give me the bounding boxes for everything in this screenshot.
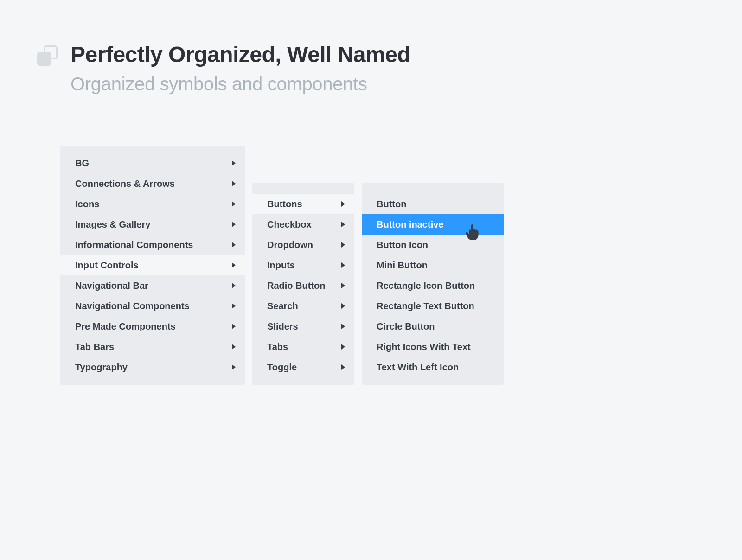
menu-item-navigational-bar[interactable]: Navigational Bar [60,275,245,296]
menu-item-toggle[interactable]: Toggle [252,357,354,377]
menu-item-label: Button [377,199,406,210]
menu-item-images-gallery[interactable]: Images & Gallery [60,214,245,235]
menu-item-inputs[interactable]: Inputs [252,255,354,275]
menu-item-label: Images & Gallery [75,219,150,230]
menu-item-label: Search [267,301,298,312]
chevron-right-icon [341,262,345,268]
menu-item-button-icon-variant[interactable]: Button Icon [362,235,504,255]
menu-item-label: Rectangle Text Button [377,301,474,312]
menu-item-label: Connections & Arrows [75,178,175,189]
menu-item-right-icons-with-text[interactable]: Right Icons With Text [362,337,504,357]
chevron-right-icon [232,181,236,186]
menu-cascade: BG Connections & Arrows Icons Images & G… [37,146,705,385]
menu-item-label: Tab Bars [75,342,114,352]
menu-item-label: Inputs [267,260,295,271]
menu-item-sliders[interactable]: Sliders [252,316,354,337]
menu-item-label: Button Icon [377,240,428,250]
menu-item-mini-button[interactable]: Mini Button [362,255,504,275]
menu-item-label: Toggle [267,362,297,373]
menu-item-label: Radio Button [267,280,326,291]
chevron-right-icon [232,324,236,329]
chevron-right-icon [341,303,345,309]
chevron-right-icon [232,201,236,207]
menu-item-tab-bars[interactable]: Tab Bars [60,337,245,357]
menu-item-label: Navigational Components [75,301,190,312]
menu-item-label: Icons [75,199,99,210]
menu-item-icons[interactable]: Icons [60,194,245,214]
menu-item-label: Dropdown [267,240,313,250]
menu-item-label: Tabs [267,342,288,352]
menu-item-text-with-left-icon[interactable]: Text With Left Icon [362,357,504,377]
chevron-right-icon [341,344,345,350]
menu-item-circle-button[interactable]: Circle Button [362,316,504,337]
chevron-right-icon [232,222,236,227]
menu-item-button-inactive[interactable]: Button inactive [362,214,504,235]
menu-item-rectangle-icon-button[interactable]: Rectangle Icon Button [362,275,504,296]
menu-level-3: Button Button inactive Button Icon Mini … [362,183,504,385]
chevron-right-icon [232,242,236,248]
menu-item-connections-arrows[interactable]: Connections & Arrows [60,173,245,194]
menu-item-buttons[interactable]: Buttons [252,194,354,214]
menu-item-label: Checkbox [267,219,312,230]
menu-item-label: Navigational Bar [75,280,148,291]
chevron-right-icon [341,364,345,370]
menu-item-label: BG [75,158,89,169]
menu-item-label: Buttons [267,199,302,210]
chevron-right-icon [341,222,345,227]
menu-item-typography[interactable]: Typography [60,357,245,377]
menu-item-label: Informational Components [75,240,193,250]
menu-item-label: Typography [75,362,128,373]
page-header: Perfectly Organized, Well Named Organize… [37,42,705,95]
menu-item-label: Mini Button [377,260,428,271]
menu-item-rectangle-text-button[interactable]: Rectangle Text Button [362,296,504,316]
menu-item-bg[interactable]: BG [60,153,245,173]
page-subtitle: Organized symbols and components [70,74,410,95]
chevron-right-icon [341,201,345,207]
menu-item-label: Sliders [267,321,298,332]
menu-item-label: Rectangle Icon Button [377,280,475,291]
menu-level-2: Buttons Checkbox Dropdown Inputs Radio B… [252,183,354,385]
chevron-right-icon [232,303,236,309]
menu-item-label: Right Icons With Text [377,342,471,352]
header-duplicate-icon [37,45,58,66]
menu-item-label: Button inactive [377,219,443,230]
page-title: Perfectly Organized, Well Named [70,42,410,67]
menu-item-label: Circle Button [377,321,435,332]
menu-item-label: Input Controls [75,260,139,271]
menu-item-label: Text With Left Icon [377,362,459,373]
chevron-right-icon [341,324,345,329]
menu-item-tabs[interactable]: Tabs [252,337,354,357]
chevron-right-icon [232,160,236,166]
menu-item-radio-button[interactable]: Radio Button [252,275,354,296]
chevron-right-icon [232,262,236,268]
menu-item-search[interactable]: Search [252,296,354,316]
menu-item-navigational-components[interactable]: Navigational Components [60,296,245,316]
menu-level-1: BG Connections & Arrows Icons Images & G… [60,146,245,385]
menu-item-pre-made-components[interactable]: Pre Made Components [60,316,245,337]
menu-item-input-controls[interactable]: Input Controls [60,255,245,275]
chevron-right-icon [232,364,236,370]
chevron-right-icon [341,242,345,248]
menu-item-dropdown[interactable]: Dropdown [252,235,354,255]
menu-item-checkbox[interactable]: Checkbox [252,214,354,235]
menu-item-informational-components[interactable]: Informational Components [60,235,245,255]
chevron-right-icon [341,283,345,288]
menu-item-button[interactable]: Button [362,194,504,214]
menu-item-label: Pre Made Components [75,321,176,332]
chevron-right-icon [232,283,236,288]
chevron-right-icon [232,344,236,350]
